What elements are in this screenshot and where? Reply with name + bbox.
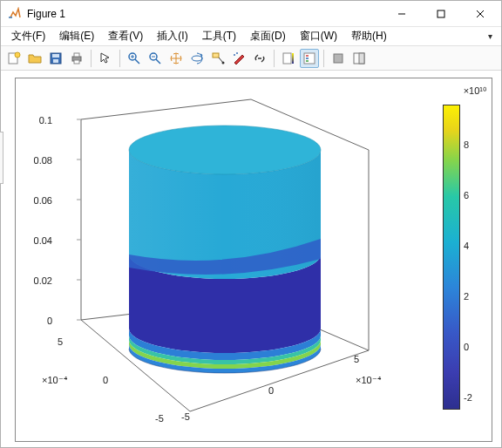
title-bar: Figure 1 (1, 1, 501, 27)
print-button[interactable] (67, 49, 86, 68)
link-button[interactable] (250, 49, 269, 68)
x-exponent-label: ×10⁻⁴ (356, 375, 381, 386)
menu-tools[interactable]: 工具(T) (195, 27, 243, 45)
x-tick-label: 0 (268, 385, 274, 396)
menu-window[interactable]: 窗口(W) (293, 27, 344, 45)
window-buttons (382, 1, 499, 26)
svg-line-13 (135, 59, 139, 64)
svg-rect-8 (53, 59, 58, 63)
axes-container[interactable]: 0 0.02 0.04 0.06 0.08 0.1 -5 0 5 ×10⁻⁴ -… (15, 78, 492, 442)
close-button[interactable] (460, 1, 499, 26)
toolbar-separator (119, 50, 120, 67)
svg-point-5 (15, 52, 20, 58)
colorbar-tick-label: 2 (464, 291, 481, 302)
z-tick-label: 0.08 (21, 155, 52, 166)
menu-file[interactable]: 文件(F) (4, 27, 52, 45)
svg-point-22 (222, 61, 225, 64)
svg-rect-11 (74, 60, 79, 64)
x-tick-label: 5 (354, 354, 359, 364)
svg-rect-27 (304, 53, 315, 64)
save-button[interactable] (46, 49, 65, 68)
colorbar-tick-label: 8 (464, 139, 481, 150)
colorbar-tick-label: 4 (464, 241, 481, 251)
colorbar-tick-label: -2 (464, 392, 481, 403)
svg-line-17 (156, 59, 160, 64)
svg-rect-25 (283, 53, 291, 64)
new-figure-button[interactable] (4, 49, 24, 68)
pan-button[interactable] (166, 49, 186, 68)
data-cursor-button[interactable] (208, 49, 227, 68)
y-tick-label: 5 (58, 336, 63, 347)
brush-button[interactable] (229, 49, 248, 68)
menu-view[interactable]: 查看(V) (101, 27, 150, 45)
menu-bar: 文件(F) 编辑(E) 查看(V) 插入(I) 工具(T) 桌面(D) 窗口(W… (1, 27, 501, 46)
colorbar-exponent: ×10¹⁰ (464, 85, 486, 97)
svg-rect-10 (74, 53, 79, 57)
svg-rect-7 (52, 54, 59, 58)
z-tick-label: 0.02 (21, 275, 52, 286)
svg-point-19 (192, 56, 202, 61)
axes3d[interactable] (33, 89, 382, 438)
menu-edit[interactable]: 编辑(E) (52, 27, 101, 45)
z-tick-label: 0 (21, 316, 52, 326)
colorbar-tick-label: 6 (464, 190, 481, 200)
svg-point-23 (234, 54, 235, 56)
menu-dropdown-icon[interactable]: ▾ (483, 31, 498, 41)
y-exponent-label: ×10⁻⁴ (42, 375, 67, 386)
colorbar[interactable] (443, 105, 460, 410)
svg-rect-26 (292, 53, 294, 64)
svg-rect-1 (438, 10, 444, 17)
figure-toolbar (1, 46, 501, 71)
menu-help[interactable]: 帮助(H) (344, 27, 394, 45)
maximize-button[interactable] (421, 1, 460, 26)
y-tick-label: -5 (155, 413, 164, 424)
svg-rect-20 (213, 53, 219, 58)
svg-rect-33 (359, 53, 364, 64)
menu-insert[interactable]: 插入(I) (150, 27, 194, 45)
svg-point-24 (236, 52, 238, 54)
open-button[interactable] (25, 49, 44, 68)
zoom-in-button[interactable] (125, 49, 144, 68)
zoom-out-button[interactable] (146, 49, 165, 68)
minimize-button[interactable] (382, 1, 421, 26)
svg-line-36 (81, 99, 251, 119)
svg-rect-31 (334, 54, 343, 63)
rotate3d-button[interactable] (187, 49, 207, 68)
hide-tools-button[interactable] (329, 49, 348, 68)
toolbar-separator (91, 50, 92, 67)
toolbar-separator (274, 50, 275, 67)
insert-legend-button[interactable] (300, 49, 319, 68)
svg-point-48 (129, 126, 321, 174)
dock-peek (0, 132, 3, 184)
z-tick-label: 0.06 (21, 195, 52, 206)
menu-desktop[interactable]: 桌面(D) (243, 27, 293, 45)
z-tick-label: 0.04 (21, 235, 52, 246)
window-title: Figure 1 (27, 8, 382, 20)
figure-window: Figure 1 文件(F) 编辑(E) 查看(V) 插入(I) 工具(T) 桌… (0, 0, 502, 448)
dock-button[interactable] (349, 49, 369, 68)
toolbar-separator (323, 50, 324, 67)
colorbar-tick-label: 0 (464, 342, 481, 352)
y-tick-label: 0 (103, 375, 108, 385)
z-tick-label: 0.1 (21, 115, 52, 126)
x-tick-label: -5 (181, 411, 190, 422)
matlab-icon (8, 7, 22, 21)
figure-content: 0 0.02 0.04 0.06 0.08 0.1 -5 0 5 ×10⁻⁴ -… (1, 71, 501, 447)
cylinder-surface (129, 126, 321, 373)
insert-colorbar-button[interactable] (279, 49, 298, 68)
pointer-button[interactable] (96, 49, 115, 68)
